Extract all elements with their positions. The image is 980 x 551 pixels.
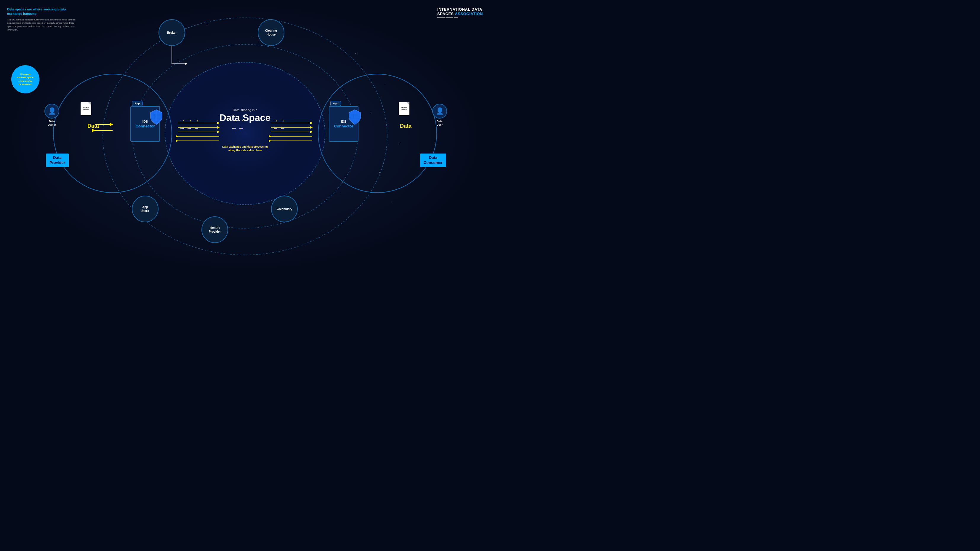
data-owner-group[interactable]: 👤 DataOwner	[45, 104, 59, 127]
app-store-node[interactable]: AppStore	[132, 196, 159, 222]
left-usage-policies[interactable]: UsagePolicies	[81, 102, 91, 115]
data-user-icon: 👤	[432, 104, 447, 119]
right-app-badge: App	[330, 101, 341, 106]
clearing-house-label: ClearingHouse	[265, 29, 277, 37]
logo-assoc: ASSOCIATION	[455, 11, 483, 16]
clearing-house-node[interactable]: ClearingHouse	[258, 19, 285, 46]
exchange-line2: along the data value chain	[222, 149, 268, 153]
provider-text: DataProvider	[49, 155, 65, 165]
data-owner-label: DataOwner	[45, 120, 59, 127]
left-doc-icon: UsagePolicies	[81, 102, 91, 115]
arrow-mid-1: →→	[231, 117, 245, 124]
data-owner-icon: 👤	[45, 104, 59, 119]
data-user-group[interactable]: 👤 DataUser	[432, 104, 447, 127]
center-arrows-right: →→ ←←	[272, 117, 287, 132]
center-subtitle: Data sharing in a	[220, 108, 271, 112]
logo-line2: SPACES ASSOCIATION	[437, 11, 483, 16]
identity-provider-label: IdentityProvider	[209, 226, 221, 234]
left-app-badge: App	[132, 101, 143, 106]
top-left-block: Data spaces are where sovereign data exc…	[7, 7, 78, 32]
data-provider-label: DataProvider	[46, 153, 69, 167]
top-left-title: Data spaces are where sovereign data exc…	[7, 7, 78, 16]
consumer-text: DataConsumer	[424, 155, 442, 165]
logo-line-1	[437, 17, 445, 18]
person-icon-right: 👤	[436, 107, 444, 115]
left-ids-label: IDS	[143, 119, 148, 124]
left-doc-text: UsagePolicies	[81, 102, 91, 111]
vocabulary-label: Vocabulary	[277, 207, 292, 211]
broker-node[interactable]: Broker	[159, 19, 185, 46]
right-data-label: Data	[400, 123, 412, 129]
right-doc-icon: UsagePolicies	[399, 102, 409, 115]
logo-line-3	[454, 17, 458, 18]
top-left-body: The IDS standard enables trustworthy dat…	[7, 18, 78, 32]
person-icon: 👤	[48, 107, 56, 115]
arrow-row-2: ←←←	[179, 125, 200, 132]
center-arrows-mid: →→ ←←	[231, 117, 245, 132]
logo-line-2	[445, 17, 453, 18]
arrow-row-1: →→→	[179, 117, 200, 124]
arrow-right-1: →→	[272, 117, 287, 124]
app-store-label: AppStore	[141, 205, 149, 213]
arrow-mid-2: ←←	[231, 125, 245, 132]
discover-text: Discoverthe data spaceelements bymouseov…	[15, 70, 36, 88]
discover-bubble[interactable]: Discoverthe data spaceelements bymouseov…	[11, 65, 40, 93]
logo-spaces: SPACES	[437, 11, 455, 16]
right-shield	[348, 109, 361, 125]
svg-point-8	[185, 63, 187, 65]
logo: INTERNATIONAL DATA SPACES ASSOCIATION	[437, 7, 483, 18]
right-app-label: App	[333, 102, 338, 105]
right-ids-label: IDS	[341, 119, 346, 124]
center-arrows-left: →→→ ←←←	[179, 117, 200, 132]
arrow-right-2: ←←	[272, 125, 287, 132]
diagram-svg	[0, 0, 490, 276]
logo-line1: INTERNATIONAL DATA	[437, 7, 483, 11]
left-data-label: Data	[88, 123, 99, 129]
svg-point-3	[168, 65, 322, 202]
left-shield	[150, 109, 163, 125]
identity-provider-node[interactable]: IdentityProvider	[202, 217, 228, 243]
vocabulary-node[interactable]: Vocabulary	[271, 196, 298, 222]
right-doc-text: UsagePolicies	[399, 102, 409, 111]
logo-decoration	[437, 17, 483, 18]
data-user-label: DataUser	[432, 120, 447, 127]
data-consumer-label: DataConsumer	[420, 153, 446, 167]
broker-label: Broker	[167, 31, 177, 35]
right-usage-policies[interactable]: UsagePolicies	[399, 102, 409, 115]
left-app-label: App	[135, 102, 140, 105]
exchange-line1: Data exchange and data processing	[222, 145, 268, 149]
exchange-text: Data exchange and data processing along …	[222, 145, 268, 152]
